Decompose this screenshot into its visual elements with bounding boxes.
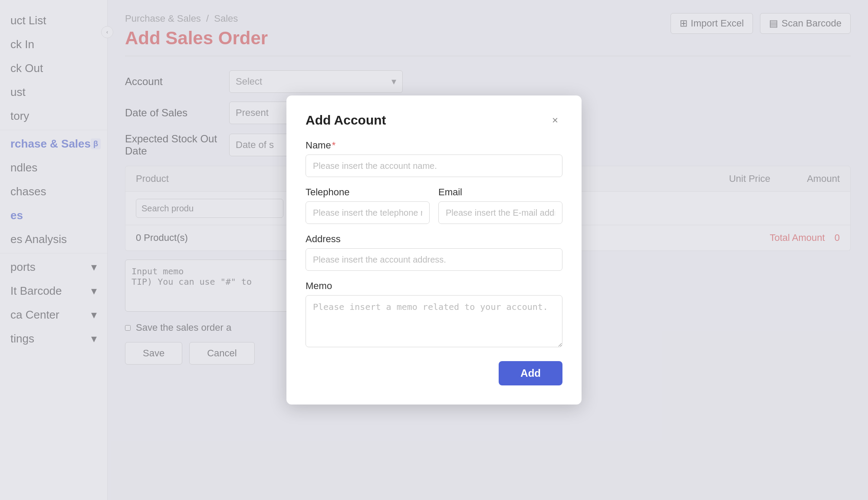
name-label: Name* [306, 140, 562, 151]
address-label: Address [306, 234, 562, 245]
modal-overlay: Add Account × Name* Telephone Email Addr… [0, 0, 868, 500]
telephone-input[interactable] [306, 201, 430, 224]
email-input[interactable] [438, 201, 562, 224]
email-field: Email [438, 187, 562, 224]
telephone-email-row: Telephone Email [306, 187, 562, 224]
name-field: Name* [306, 140, 562, 177]
memo-field: Memo [306, 280, 562, 349]
telephone-label: Telephone [306, 187, 430, 198]
address-input[interactable] [306, 248, 562, 271]
telephone-field: Telephone [306, 187, 430, 224]
modal-footer: Add [306, 361, 562, 385]
email-label: Email [438, 187, 562, 198]
modal-header: Add Account × [306, 113, 562, 128]
add-account-modal: Add Account × Name* Telephone Email Addr… [286, 95, 582, 405]
address-field: Address [306, 234, 562, 271]
modal-close-button[interactable]: × [548, 113, 562, 128]
add-button[interactable]: Add [499, 361, 562, 385]
name-input[interactable] [306, 155, 562, 177]
modal-title: Add Account [306, 113, 386, 128]
memo-field-input[interactable] [306, 295, 562, 347]
memo-field-label: Memo [306, 280, 562, 292]
